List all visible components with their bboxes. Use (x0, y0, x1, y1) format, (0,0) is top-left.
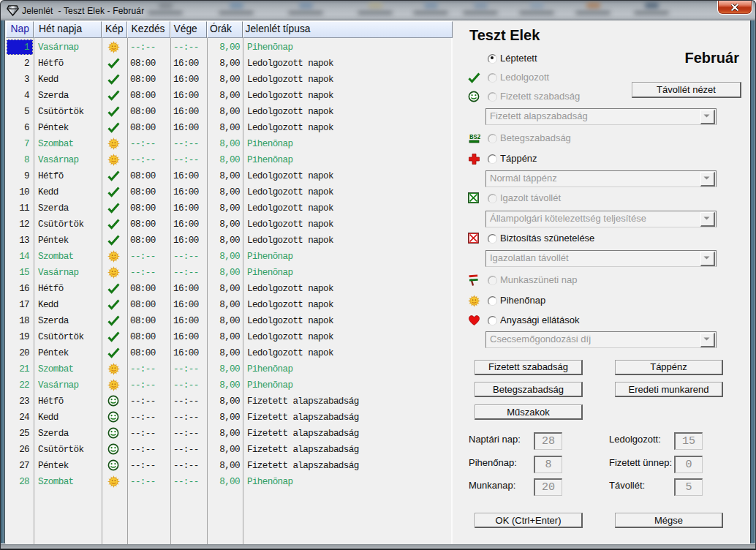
svg-text:BSZ: BSZ (469, 134, 480, 141)
